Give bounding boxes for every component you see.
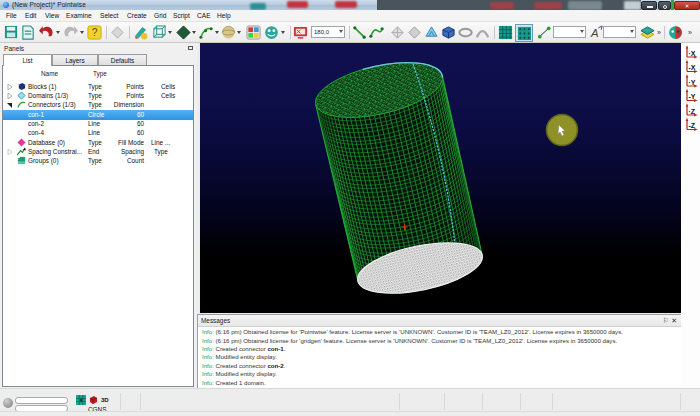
svg-text:-Y: -Y — [689, 93, 696, 100]
svg-text:?: ? — [92, 27, 98, 38]
svg-text:-X: -X — [689, 64, 696, 71]
svg-text:·Y: ·Y — [689, 79, 696, 86]
svg-text:·X: ·X — [689, 50, 696, 57]
svg-text:-Z: -Z — [689, 122, 696, 129]
svg-text:A: A — [590, 27, 599, 39]
svg-text:·Z: ·Z — [689, 108, 696, 115]
